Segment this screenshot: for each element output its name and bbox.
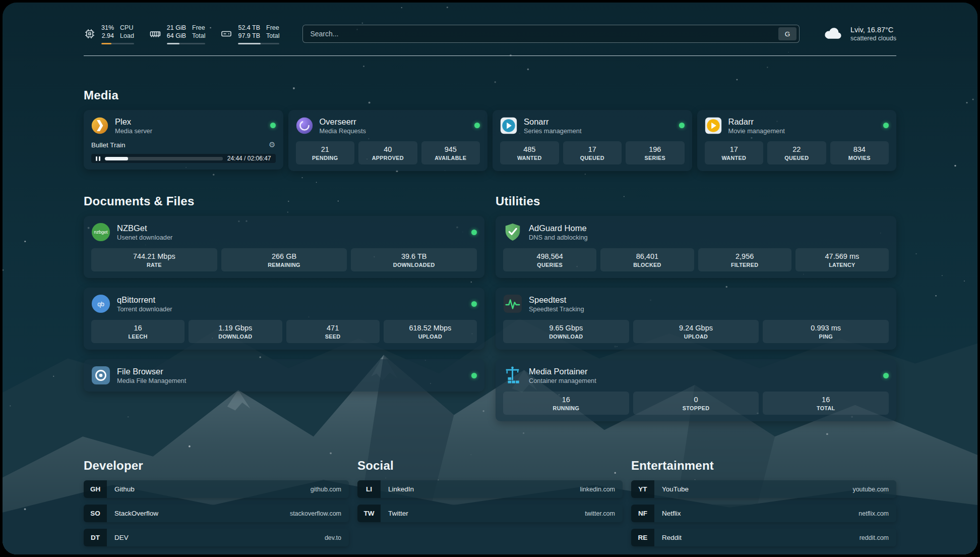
stat-tile: 16LEECH [91,320,185,343]
search-input[interactable] [310,30,778,38]
stat-tile: 21PENDING [296,141,355,164]
stat-tile: 618.52 MbpsUPLOAD [384,320,477,343]
disk-value: 52.4 TB [238,24,260,32]
status-dot [883,373,889,378]
playback-progress[interactable]: 24:44 / 02:06:47 [91,154,276,163]
cpu-monitor: 31% 2.94 CPU Load [84,24,134,44]
speedtest-icon [503,294,522,313]
status-dot [471,230,477,235]
weather-location: Lviv, 16.87°C [850,26,896,34]
bookmark-url: youtube.com [852,486,889,493]
bookmark-dev[interactable]: DT DEV dev.to [84,529,349,546]
bookmark-twitter[interactable]: TW Twitter twitter.com [357,505,623,522]
adguard-icon [503,222,522,242]
pause-icon[interactable] [96,156,100,161]
status-dot [679,123,685,128]
bookmark-name: DEV [114,534,129,541]
ram-value: 21 GiB [167,24,186,32]
service-subtitle: Media server [115,127,152,135]
service-card-speedtest[interactable]: Speedtest Speedtest Tracking 9.65 GbpsDO… [496,288,896,350]
svg-text:nzbget: nzbget [94,230,108,235]
bookmark-url: github.com [311,486,341,493]
stat-tile: 485WANTED [500,141,559,164]
service-card-overseerr[interactable]: Overseerr Media Requests 21PENDING 40APP… [288,110,488,172]
stat-tile: 9.24 GbpsUPLOAD [633,320,759,343]
service-name: Sonarr [524,117,582,127]
section-title-utilities: Utilities [496,194,896,208]
stat-tile: 834MOVIES [830,141,889,164]
ram-label-bottom: Total [192,32,205,40]
service-name: Media Portainer [529,366,596,377]
search-bar[interactable]: G [302,25,800,43]
service-card-plex[interactable]: Plex Media server Bullet Train ⚙ 24:44 /… [84,110,283,170]
bookmark-youtube[interactable]: YT YouTube youtube.com [631,480,896,498]
stat-tile: 9.65 GbpsDOWNLOAD [503,320,629,343]
service-name: Speedtest [529,295,584,305]
service-card-filebrowser[interactable]: File Browser Media File Management [84,359,484,392]
status-dot [474,123,480,128]
stat-tile: 17WANTED [705,141,764,164]
service-name: File Browser [117,366,186,377]
stat-tile: 47.569 msLATENCY [795,248,889,271]
bookmark-stackoverflow[interactable]: SO StackOverflow stackoverflow.com [84,505,349,522]
stat-tile: 86,401BLOCKED [600,248,694,271]
service-subtitle: Media Requests [320,127,366,135]
bookmark-url: netflix.com [859,510,889,517]
service-card-radarr[interactable]: Radarr Movie management 17WANTED 22QUEUE… [697,110,897,172]
stat-tile: 471SEED [286,320,380,343]
sonarr-icon [500,117,517,134]
bookmark-name: Github [114,485,135,493]
service-name: Overseerr [320,117,366,127]
service-card-nzbget[interactable]: nzbget NZBGet Usenet downloader 74 [84,216,484,278]
service-card-adguard[interactable]: AdGuard Home DNS and adblocking 498,564Q… [496,216,896,278]
bookmark-abbr: RE [631,529,654,546]
topbar-divider [84,55,896,56]
stat-tile: 744.21 MbpsRATE [91,248,217,271]
section-title-documents: Documents & Files [84,194,484,208]
weather-condition: scattered clouds [850,35,896,42]
cpu-label-bottom: Load [120,32,134,40]
service-subtitle: Usenet downloader [117,234,172,241]
bookmark-netflix[interactable]: NF Netflix netflix.com [631,505,896,522]
playback-time: 24:44 / 02:06:47 [227,155,271,162]
stat-tile: 16TOTAL [763,392,889,415]
disk-label-top: Free [266,24,279,32]
service-name: Radarr [728,117,785,127]
stat-tile: 0.993 msPING [763,320,889,343]
stat-tile: 40APPROVED [358,141,417,164]
stat-tile: 266 GBREMAINING [221,248,347,271]
disk-sub: 97.9 TB [238,32,260,40]
radarr-icon [705,117,722,134]
cpu-sub: 2.94 [102,32,114,40]
stat-tile: 498,564QUERIES [503,248,596,271]
memory-icon [149,28,161,40]
disk-label-bottom: Total [266,32,279,40]
service-card-sonarr[interactable]: Sonarr Series management 485WANTED 17QUE… [493,110,692,172]
service-name: NZBGet [117,223,172,234]
service-subtitle: Container management [529,377,596,384]
cpu-icon [84,28,96,40]
bookmark-reddit[interactable]: RE Reddit reddit.com [631,529,896,546]
bookmark-name: YouTube [662,485,689,493]
filebrowser-icon [91,366,110,385]
now-playing-title: Bullet Train [91,141,126,149]
gear-icon[interactable]: ⚙ [269,140,275,149]
stat-tile: 945AVAILABLE [421,141,480,164]
service-name: qBittorrent [117,295,172,305]
bookmark-name: Twitter [388,510,408,517]
stat-tile: 17QUEUED [563,141,622,164]
service-card-portainer[interactable]: Media Portainer Container management 16R… [496,359,896,421]
stat-tile: 0STOPPED [633,392,759,415]
column-utilities: Utilities Ad [496,194,896,421]
progress-track[interactable] [105,157,223,160]
search-provider-button[interactable]: G [778,27,797,40]
bookmark-github[interactable]: GH Github github.com [84,480,349,498]
service-subtitle: Torrent downloader [117,305,172,313]
bookmark-name: StackOverflow [114,510,158,517]
plex-icon [91,117,108,134]
bookmark-linkedin[interactable]: LI LinkedIn linkedin.com [357,480,623,498]
status-dot [471,373,477,378]
stat-tile: 16RUNNING [503,392,629,415]
service-card-qbittorrent[interactable]: qb qBittorrent Torrent downloader [84,288,484,350]
top-bar: 31% 2.94 CPU Load [84,24,896,44]
